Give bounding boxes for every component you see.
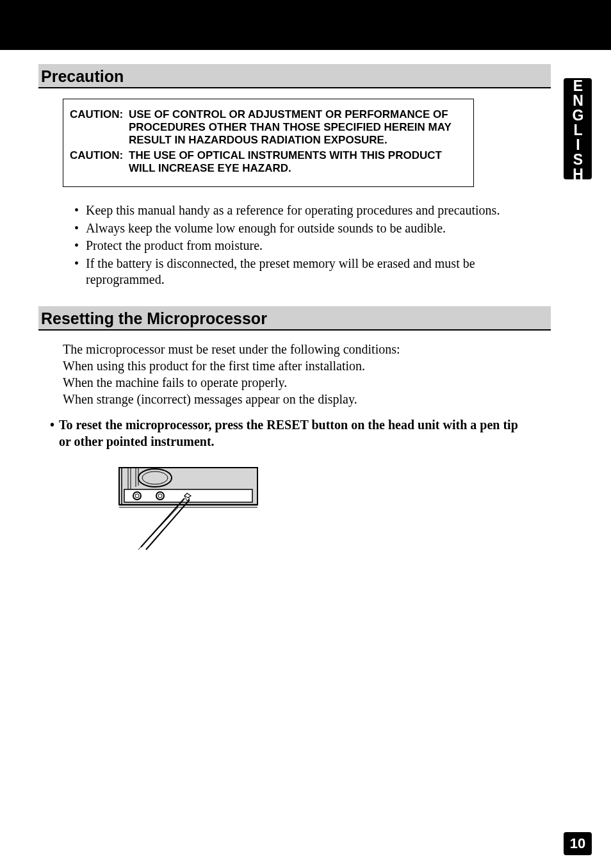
caution-text-2: THE USE OF OPTICAL INSTRUMENTS WITH THIS… bbox=[129, 149, 467, 175]
reset-line: When strange (incorrect) messages appear… bbox=[63, 391, 532, 407]
bullet-item: Protect the product from moisture. bbox=[74, 238, 538, 254]
header-black-band bbox=[0, 0, 611, 50]
head-unit-reset-icon bbox=[115, 464, 263, 553]
caution-text-1: USE OF CONTROL OR ADJUSTMENT OR PERFORMA… bbox=[129, 108, 467, 147]
page-content: Precaution CAUTION: USE OF CONTROL OR AD… bbox=[38, 64, 551, 556]
resetting-body: The microprocessor must be reset under t… bbox=[63, 341, 532, 407]
bullet-item: Keep this manual handy as a reference fo… bbox=[74, 202, 538, 219]
resetting-heading: Resetting the Microprocessor bbox=[38, 306, 551, 331]
precaution-bullets: Keep this manual handy as a reference fo… bbox=[74, 202, 538, 288]
reset-diagram bbox=[115, 464, 551, 556]
reset-line: When the machine fails to operate proper… bbox=[63, 374, 532, 391]
caution-box: CAUTION: USE OF CONTROL OR ADJUSTMENT OR… bbox=[63, 99, 474, 187]
reset-instruction: To reset the microprocessor, press the R… bbox=[50, 416, 532, 450]
language-tab-label: ENGLISH bbox=[571, 78, 585, 181]
caution-row-1: CAUTION: USE OF CONTROL OR ADJUSTMENT OR… bbox=[70, 108, 467, 147]
caution-row-2: CAUTION: THE USE OF OPTICAL INSTRUMENTS … bbox=[70, 149, 467, 175]
caution-label-1: CAUTION: bbox=[70, 108, 129, 147]
page-number: 10 bbox=[564, 832, 592, 855]
language-tab: ENGLISH bbox=[564, 78, 592, 179]
bullet-item: Always keep the volume low enough for ou… bbox=[74, 220, 538, 237]
bullet-item: If the battery is disconnected, the pres… bbox=[74, 256, 538, 288]
caution-label-2: CAUTION: bbox=[70, 149, 129, 175]
svg-line-17 bbox=[138, 507, 178, 550]
reset-line: The microprocessor must be reset under t… bbox=[63, 341, 532, 357]
reset-line: When using this product for the first ti… bbox=[63, 357, 532, 374]
precaution-heading: Precaution bbox=[38, 64, 551, 88]
